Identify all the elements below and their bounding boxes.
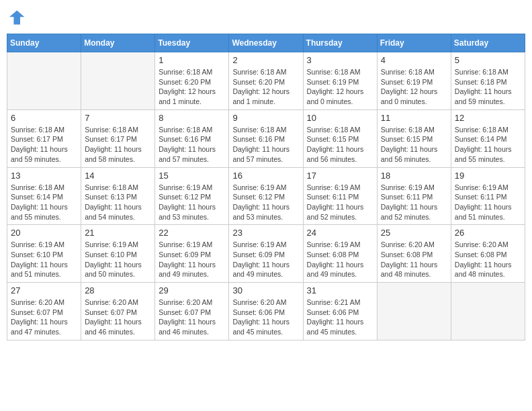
day-number: 27 (11, 285, 77, 295)
calendar-cell: 5Sunrise: 6:18 AM Sunset: 6:18 PM Daylig… (451, 52, 525, 110)
day-number: 23 (232, 228, 299, 238)
calendar-cell: 22Sunrise: 6:19 AM Sunset: 6:09 PM Dayli… (155, 225, 229, 283)
day-info: Sunrise: 6:18 AM Sunset: 6:20 PM Dayligh… (159, 67, 225, 107)
day-info: Sunrise: 6:18 AM Sunset: 6:19 PM Dayligh… (307, 67, 373, 107)
day-of-week-header: Wednesday (229, 34, 303, 52)
day-number: 22 (159, 228, 225, 238)
day-number: 3 (307, 55, 373, 65)
day-info: Sunrise: 6:18 AM Sunset: 6:16 PM Dayligh… (232, 125, 299, 165)
calendar-cell: 7Sunrise: 6:18 AM Sunset: 6:17 PM Daylig… (81, 109, 155, 167)
day-info: Sunrise: 6:18 AM Sunset: 6:14 PM Dayligh… (455, 125, 521, 165)
calendar-cell: 18Sunrise: 6:19 AM Sunset: 6:11 PM Dayli… (377, 167, 451, 225)
day-number: 29 (159, 285, 225, 295)
day-info: Sunrise: 6:18 AM Sunset: 6:18 PM Dayligh… (455, 67, 521, 107)
day-number: 17 (307, 171, 373, 181)
day-number: 4 (381, 55, 447, 65)
day-number: 1 (159, 55, 225, 65)
day-info: Sunrise: 6:19 AM Sunset: 6:12 PM Dayligh… (232, 183, 299, 222)
logo-icon (9, 9, 26, 26)
day-number: 10 (307, 113, 373, 123)
calendar-cell: 27Sunrise: 6:20 AM Sunset: 6:07 PM Dayli… (7, 283, 81, 340)
day-of-week-header: Tuesday (155, 34, 229, 52)
calendar-cell: 3Sunrise: 6:18 AM Sunset: 6:19 PM Daylig… (303, 52, 377, 110)
calendar-cell: 8Sunrise: 6:18 AM Sunset: 6:16 PM Daylig… (155, 109, 229, 167)
calendar-cell: 28Sunrise: 6:20 AM Sunset: 6:07 PM Dayli… (81, 283, 155, 340)
calendar-cell: 26Sunrise: 6:20 AM Sunset: 6:08 PM Dayli… (451, 225, 525, 283)
day-info: Sunrise: 6:18 AM Sunset: 6:20 PM Dayligh… (232, 67, 299, 107)
day-number: 15 (159, 171, 225, 181)
calendar-week-row: 6Sunrise: 6:18 AM Sunset: 6:17 PM Daylig… (7, 109, 525, 167)
calendar-week-row: 20Sunrise: 6:19 AM Sunset: 6:10 PM Dayli… (7, 225, 525, 283)
day-of-week-header: Monday (81, 34, 155, 52)
calendar-cell: 25Sunrise: 6:20 AM Sunset: 6:08 PM Dayli… (377, 225, 451, 283)
day-info: Sunrise: 6:19 AM Sunset: 6:11 PM Dayligh… (455, 183, 521, 222)
day-number: 18 (381, 171, 447, 181)
day-number: 25 (381, 228, 447, 238)
day-number: 6 (11, 113, 77, 123)
calendar-cell: 29Sunrise: 6:20 AM Sunset: 6:07 PM Dayli… (155, 283, 229, 340)
day-of-week-header: Sunday (7, 34, 81, 52)
calendar-cell (81, 52, 155, 110)
calendar-cell: 24Sunrise: 6:19 AM Sunset: 6:08 PM Dayli… (303, 225, 377, 283)
day-info: Sunrise: 6:20 AM Sunset: 6:08 PM Dayligh… (381, 240, 447, 279)
svg-marker-0 (9, 11, 24, 25)
day-info: Sunrise: 6:19 AM Sunset: 6:08 PM Dayligh… (307, 240, 373, 279)
day-info: Sunrise: 6:18 AM Sunset: 6:15 PM Dayligh… (307, 125, 373, 165)
calendar-cell: 19Sunrise: 6:19 AM Sunset: 6:11 PM Dayli… (451, 167, 525, 225)
day-number: 20 (11, 228, 77, 238)
day-number: 16 (232, 171, 299, 181)
day-info: Sunrise: 6:18 AM Sunset: 6:15 PM Dayligh… (381, 125, 447, 165)
day-info: Sunrise: 6:20 AM Sunset: 6:07 PM Dayligh… (11, 298, 77, 337)
day-number: 7 (85, 113, 151, 123)
day-info: Sunrise: 6:18 AM Sunset: 6:17 PM Dayligh… (11, 125, 77, 165)
calendar-week-row: 1Sunrise: 6:18 AM Sunset: 6:20 PM Daylig… (7, 52, 525, 110)
calendar-cell: 12Sunrise: 6:18 AM Sunset: 6:14 PM Dayli… (451, 109, 525, 167)
day-number: 13 (11, 171, 77, 181)
calendar-cell (7, 52, 81, 110)
calendar-cell: 14Sunrise: 6:18 AM Sunset: 6:13 PM Dayli… (81, 167, 155, 225)
day-info: Sunrise: 6:19 AM Sunset: 6:10 PM Dayligh… (85, 240, 151, 279)
calendar-cell: 15Sunrise: 6:19 AM Sunset: 6:12 PM Dayli… (155, 167, 229, 225)
calendar-table: SundayMondayTuesdayWednesdayThursdayFrid… (7, 34, 525, 340)
day-info: Sunrise: 6:18 AM Sunset: 6:14 PM Dayligh… (11, 183, 77, 222)
day-info: Sunrise: 6:20 AM Sunset: 6:07 PM Dayligh… (159, 298, 225, 337)
day-info: Sunrise: 6:20 AM Sunset: 6:07 PM Dayligh… (85, 298, 151, 337)
day-info: Sunrise: 6:18 AM Sunset: 6:17 PM Dayligh… (85, 125, 151, 165)
calendar-cell: 21Sunrise: 6:19 AM Sunset: 6:10 PM Dayli… (81, 225, 155, 283)
day-number: 19 (455, 171, 521, 181)
calendar-cell (451, 283, 525, 340)
day-number: 21 (85, 228, 151, 238)
day-info: Sunrise: 6:19 AM Sunset: 6:11 PM Dayligh… (381, 183, 447, 222)
day-of-week-header: Thursday (303, 34, 377, 52)
calendar-cell: 30Sunrise: 6:20 AM Sunset: 6:06 PM Dayli… (229, 283, 303, 340)
day-number: 11 (381, 113, 447, 123)
day-info: Sunrise: 6:18 AM Sunset: 6:19 PM Dayligh… (381, 67, 447, 107)
calendar-cell: 10Sunrise: 6:18 AM Sunset: 6:15 PM Dayli… (303, 109, 377, 167)
day-info: Sunrise: 6:21 AM Sunset: 6:06 PM Dayligh… (307, 298, 373, 337)
calendar-cell: 9Sunrise: 6:18 AM Sunset: 6:16 PM Daylig… (229, 109, 303, 167)
calendar-cell: 31Sunrise: 6:21 AM Sunset: 6:06 PM Dayli… (303, 283, 377, 340)
day-info: Sunrise: 6:19 AM Sunset: 6:12 PM Dayligh… (159, 183, 225, 222)
day-info: Sunrise: 6:18 AM Sunset: 6:13 PM Dayligh… (85, 183, 151, 222)
day-of-week-header: Friday (377, 34, 451, 52)
day-number: 2 (232, 55, 299, 65)
day-number: 24 (307, 228, 373, 238)
day-number: 31 (307, 285, 373, 295)
calendar-header-row: SundayMondayTuesdayWednesdayThursdayFrid… (7, 34, 525, 52)
calendar-cell: 11Sunrise: 6:18 AM Sunset: 6:15 PM Dayli… (377, 109, 451, 167)
calendar-cell: 13Sunrise: 6:18 AM Sunset: 6:14 PM Dayli… (7, 167, 81, 225)
calendar-cell: 23Sunrise: 6:19 AM Sunset: 6:09 PM Dayli… (229, 225, 303, 283)
day-number: 30 (232, 285, 299, 295)
calendar-cell (377, 283, 451, 340)
calendar-cell: 20Sunrise: 6:19 AM Sunset: 6:10 PM Dayli… (7, 225, 81, 283)
day-number: 8 (159, 113, 225, 123)
calendar-cell: 4Sunrise: 6:18 AM Sunset: 6:19 PM Daylig… (377, 52, 451, 110)
day-info: Sunrise: 6:19 AM Sunset: 6:10 PM Dayligh… (11, 240, 77, 279)
day-number: 28 (85, 285, 151, 295)
calendar-cell: 16Sunrise: 6:19 AM Sunset: 6:12 PM Dayli… (229, 167, 303, 225)
day-number: 5 (455, 55, 521, 65)
calendar-cell: 2Sunrise: 6:18 AM Sunset: 6:20 PM Daylig… (229, 52, 303, 110)
calendar-week-row: 27Sunrise: 6:20 AM Sunset: 6:07 PM Dayli… (7, 283, 525, 340)
calendar-cell: 17Sunrise: 6:19 AM Sunset: 6:11 PM Dayli… (303, 167, 377, 225)
day-number: 14 (85, 171, 151, 181)
